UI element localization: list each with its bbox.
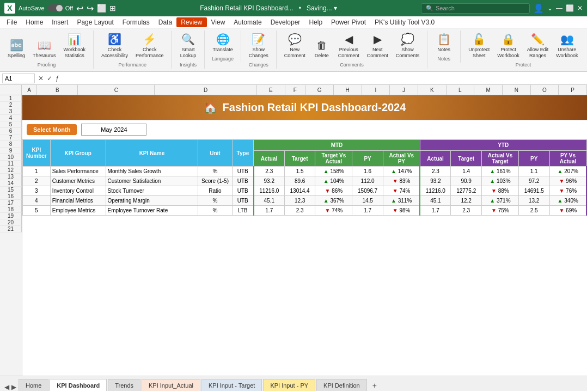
cell-reference-input[interactable] (2, 74, 35, 83)
th-mtd-avspy: Actual VsPY (383, 151, 420, 167)
window-close[interactable]: ✕ (577, 4, 583, 12)
show-comments-button[interactable]: 💭 ShowComments (393, 30, 423, 61)
menu-home[interactable]: Home (21, 17, 47, 27)
cell-mtd-actual: 93.2 (254, 176, 285, 186)
unprotect-sheet-icon: 🔓 (472, 33, 486, 46)
next-comment-button[interactable]: ▶ NextComment (364, 30, 392, 61)
tab-kpi-input-py[interactable]: KPI Input - PY (263, 379, 315, 391)
cell-kpi-num: 5 (23, 206, 51, 216)
cell-type: UTB (232, 176, 254, 186)
notes-button[interactable]: 📋 Notes (432, 30, 456, 55)
tab-next-arrow[interactable]: ▶ (11, 383, 16, 391)
col-header-p: P (559, 85, 587, 95)
menu-help[interactable]: Help (304, 17, 327, 27)
check-accessibility-button[interactable]: ♿ CheckAccessibility (98, 30, 131, 61)
tab-kpi-input-actual[interactable]: KPI Input_Actual (142, 379, 200, 391)
workbook-statistics-button[interactable]: 📊 WorkbookStatistics (60, 30, 89, 61)
unprotect-sheet-button[interactable]: 🔓 UnprotectSheet (465, 30, 493, 61)
menu-automate[interactable]: Automate (229, 17, 266, 27)
menu-pk-utility[interactable]: PK's Utility Tool V3.0 (370, 17, 439, 27)
row-6: 6 (0, 128, 22, 134)
smart-lookup-icon: 🔍 (181, 33, 195, 46)
th-kpi-group: KPI Group (50, 140, 106, 167)
undo-button[interactable]: ↩ (76, 3, 83, 14)
th-ytd-avst: Actual VsTarget (482, 151, 519, 167)
cell-ytd-pva: ▲ 340% (549, 196, 586, 206)
accessibility-icon: ♿ (108, 33, 121, 46)
cell-mtd-avspy: ▲ 311% (383, 196, 420, 206)
thesaurus-button[interactable]: 📖 Thesaurus (29, 36, 59, 61)
empty-grid-area (22, 216, 587, 324)
dashboard-title: Fashion Retail KPI Dashboard-2024 (223, 101, 406, 114)
menu-review[interactable]: Review (176, 17, 206, 27)
spelling-button[interactable]: 🔤 Spelling (4, 36, 28, 61)
cell-unit: Score (1-5) (198, 176, 232, 186)
thesaurus-icon: 📖 (38, 39, 51, 52)
menu-view[interactable]: View (207, 17, 230, 27)
cell-mtd-py: 15096.7 (352, 186, 383, 196)
menu-insert[interactable]: Insert (47, 17, 72, 27)
search-box[interactable]: 🔍 Search (421, 3, 530, 14)
accessibility-label: CheckAccessibility (101, 47, 128, 59)
cell-kpi-name: Employee Turnover Rate (106, 206, 198, 216)
search-icon: 🔍 (426, 5, 433, 12)
tab-kpi-input-target[interactable]: KPI Input - Target (201, 379, 262, 391)
delete-comment-icon: 🗑 (316, 39, 327, 52)
cell-kpi-num: 1 (23, 167, 51, 176)
tab-kpi-definition[interactable]: KPI Definition (316, 379, 367, 391)
translate-button[interactable]: 🌐 Translate (209, 30, 236, 55)
new-comment-button[interactable]: 💬 NewComment (281, 30, 309, 61)
tab-home[interactable]: Home (19, 379, 48, 391)
ribbon-group-language: 🌐 Translate Language (205, 30, 241, 63)
cell-kpi-name: Monthly Sales Growth (106, 167, 198, 176)
show-comments-label: ShowComments (396, 47, 420, 59)
tab-prev-arrow[interactable]: ◀ (4, 383, 9, 391)
menu-developer[interactable]: Developer (266, 17, 305, 27)
formula-confirm-icon[interactable]: ✓ (46, 75, 53, 82)
comments-group-label: Comments (340, 62, 364, 69)
window-restore[interactable]: ⬜ (566, 4, 574, 12)
add-sheet-button[interactable]: + (368, 380, 381, 391)
quick-access-button[interactable]: ⬜ (97, 4, 106, 13)
menu-data[interactable]: Data (154, 17, 176, 27)
delete-comment-button[interactable]: 🗑 Delete (310, 36, 334, 61)
cell-mtd-py: 112.0 (352, 176, 383, 186)
workbook-statistics-icon: 📊 (68, 33, 81, 46)
title-bar-left: X AutoSave Off ↩ ↪ ⬜ ⊞ (4, 3, 116, 14)
col-header-e: E (257, 85, 285, 95)
user-icon[interactable]: 👤 (533, 3, 544, 14)
select-month-button[interactable]: Select Month (27, 124, 77, 135)
menu-formulas[interactable]: Formulas (118, 17, 154, 27)
cell-type: LTB (232, 206, 254, 216)
cell-mtd-avspy: ▲ 147% (383, 167, 420, 176)
dashboard-content: 🏠 Fashion Retail KPI Dashboard-2024 Sele… (22, 95, 587, 376)
cell-mtd-avspy: ▼ 83% (383, 176, 420, 186)
menu-page-layout[interactable]: Page Layout (72, 17, 118, 27)
check-performance-button[interactable]: ⚡ CheckPerformance (132, 30, 167, 61)
col-header-i: I (362, 85, 390, 95)
cell-mtd-tva: ▲ 158% (315, 167, 352, 176)
allow-edit-ranges-button[interactable]: ✏️ Allow EditRanges (524, 30, 552, 61)
smart-lookup-button[interactable]: 🔍 SmartLookup (176, 30, 200, 61)
formula-cancel-icon[interactable]: ✕ (37, 75, 45, 82)
window-minimize[interactable]: — (556, 4, 562, 12)
cell-kpi-num: 3 (23, 186, 51, 196)
notes-label: Notes (437, 47, 450, 53)
redo-button[interactable]: ↪ (87, 3, 94, 14)
tab-kpi-dashboard[interactable]: KPI Dashboard (50, 379, 107, 391)
cell-unit: Ratio (198, 186, 232, 196)
formula-input[interactable] (63, 74, 585, 83)
autosave-toggle[interactable]: Off (48, 4, 73, 12)
tab-trends[interactable]: Trends (108, 379, 140, 391)
unshare-workbook-button[interactable]: 👥 UnshareWorkbook (553, 30, 581, 61)
previous-comment-button[interactable]: ◀ PreviousComment (335, 30, 363, 61)
translate-label: Translate (212, 47, 233, 53)
show-changes-button[interactable]: 📝 ShowChanges (246, 30, 272, 61)
ribbon-toggle[interactable]: ⌄ (547, 4, 553, 12)
formula-insert-icon[interactable]: ƒ (54, 75, 60, 82)
table-icon[interactable]: ⊞ (109, 4, 116, 13)
protect-workbook-button[interactable]: 🔒 ProtectWorkbook (494, 30, 522, 61)
menu-power-pivot[interactable]: Power Pivot (327, 17, 370, 27)
cell-kpi-group: Inventory Control (50, 186, 106, 196)
menu-file[interactable]: File (2, 17, 21, 27)
